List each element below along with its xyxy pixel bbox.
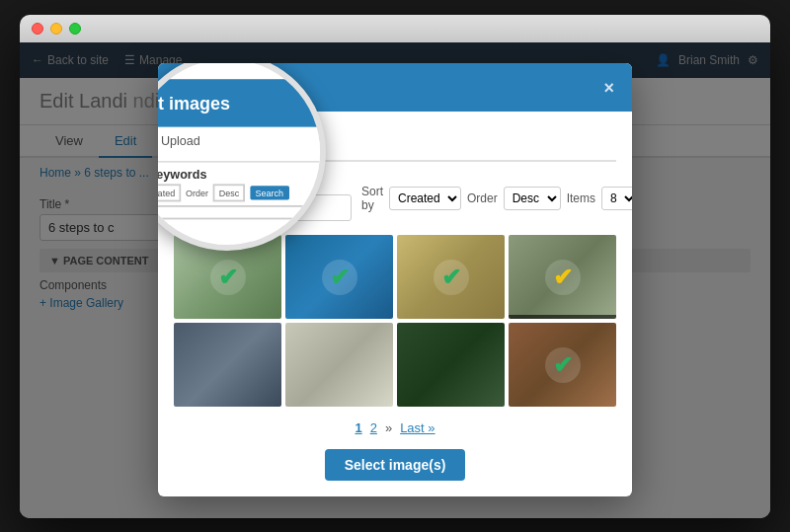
cms-background: ← Back to site ☰ Manage 👤 Brian Smith ⚙ … [20,42,770,518]
magnifier-search-input [158,205,320,219]
modal-close-button[interactable]: × [603,79,614,97]
magnifier-lens: Select images Library Upload Search keyw… [158,63,326,251]
pagination: 1 2 » Last » [174,420,616,435]
select-images-button[interactable]: Select image(s) [325,449,466,481]
magnifier-order-label: Order [186,188,208,198]
mac-window: ← Back to site ☰ Manage 👤 Brian Smith ⚙ … [20,15,770,518]
filter-group: Sort by Created Order Desc Items 8 [361,185,632,212]
magnifier-sort-value: Created [158,184,181,201]
image-cell-5[interactable] [174,323,281,407]
items-select[interactable]: 8 [601,187,632,210]
magnifier-search-label: Search keywords [158,168,320,181]
magnifier-search-btn: Search [250,186,288,199]
order-select[interactable]: Desc [504,187,561,210]
image-cell-2[interactable]: ✔ [285,235,393,319]
sort-by-select[interactable]: Created [389,187,461,210]
checkmark-4: ✔ [545,260,581,295]
image-cell-8[interactable]: ✔ [509,323,616,407]
image-cell-7[interactable] [397,323,505,407]
image-grid: ✔ ✔ ✔ ✔ [174,235,616,407]
image-cell-6[interactable] [285,323,393,407]
select-images-modal: Select images Library Upload Search keyw… [158,63,632,496]
image-cell-4[interactable]: ✔ [509,235,616,319]
page-1-button[interactable]: 1 [355,420,361,435]
checkmark-3: ✔ [434,260,469,295]
items-label: Items [567,191,595,205]
mac-titlebar [20,15,770,42]
checkmark-2: ✔ [322,260,357,295]
checkmark-1: ✔ [210,260,246,295]
maximize-button[interactable] [69,23,81,35]
checkmark-8: ✔ [545,347,581,383]
page-next[interactable]: » [385,420,392,435]
page-last-button[interactable]: Last » [400,420,434,435]
image-cell-3[interactable]: ✔ [397,235,505,319]
magnifier-tab-upload: Upload [161,134,200,154]
image-label-4 [509,315,616,319]
magnifier-modal-title: Select images [158,79,320,127]
magnifier-order-value: Desc [213,184,244,201]
minimize-button[interactable] [50,23,62,35]
sort-by-label: Sort by [361,185,383,212]
modal-overlay: Select images Library Upload Search keyw… [20,42,770,518]
page-2-button[interactable]: 2 [370,420,377,435]
close-button[interactable] [32,23,43,35]
order-label: Order [467,191,498,205]
